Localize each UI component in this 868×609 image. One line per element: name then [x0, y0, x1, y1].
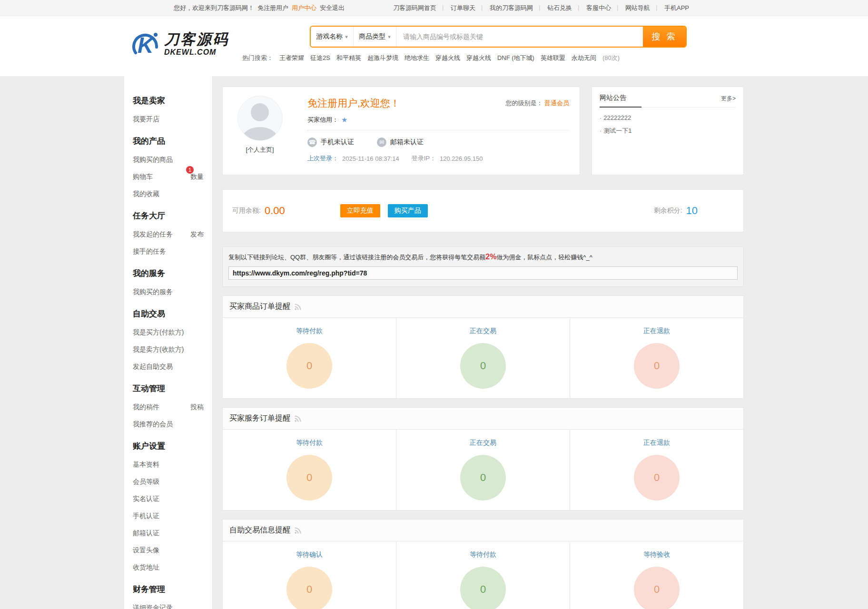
sidebar-item-label[interactable]: 我购买的商品: [133, 156, 173, 164]
sidebar-item-label[interactable]: 会员等级: [133, 478, 159, 486]
sidebar-item-shipping-address[interactable]: 收货地址: [124, 559, 212, 576]
order-count-circle[interactable]: 0: [286, 343, 332, 389]
hot-keyword[interactable]: 穿越火线: [435, 54, 460, 62]
hot-keyword[interactable]: 永劫无间: [572, 54, 596, 62]
sidebar-item-my-articles[interactable]: 我的稿件 投稿: [124, 399, 212, 416]
sidebar-item-label[interactable]: 我购买的服务: [133, 288, 173, 296]
sidebar-item-cart[interactable]: 购物车 1 数量: [124, 168, 212, 186]
hot-keyword[interactable]: 征途2S: [310, 54, 330, 62]
sidebar-item-label[interactable]: 我是买方(付款方): [133, 328, 184, 337]
sidebar-item-label[interactable]: 设置头像: [133, 546, 159, 555]
recharge-button[interactable]: 立即充值: [340, 204, 380, 217]
announcement-more-link[interactable]: 更多>: [721, 95, 736, 107]
waiting-acceptance-link[interactable]: 等待验收: [643, 550, 670, 558]
refunding-link[interactable]: 正在退款: [643, 439, 670, 446]
sidebar-item-label[interactable]: 实名认证: [133, 495, 159, 503]
nav-my-dkewl-link[interactable]: 我的刀客源码网: [483, 4, 540, 12]
buyer-goods-orders-panel: 买家商品订单提醒 等待付款 0 正在交易 0: [222, 295, 744, 399]
order-count-circle[interactable]: 0: [286, 567, 332, 609]
sidebar-item-open-shop[interactable]: 我要开店: [124, 111, 212, 128]
sidebar-item-my-tasks[interactable]: 我发起的任务 发布: [124, 226, 212, 243]
sidebar-item-email-verify[interactable]: 邮箱认证: [124, 525, 212, 542]
sidebar-item-label[interactable]: 手机认证: [133, 512, 159, 521]
sidebar-item-label[interactable]: 发起自助交易: [133, 363, 173, 371]
user-center-link[interactable]: 用户中心: [292, 4, 316, 12]
sidebar-item-label[interactable]: 详细资金记录: [133, 604, 173, 609]
search-input[interactable]: [396, 27, 643, 47]
sidebar-item-buyer-payer[interactable]: 我是买方(付款方): [124, 324, 212, 341]
sidebar-item-label[interactable]: 我的收藏: [133, 190, 159, 198]
sidebar-item-label[interactable]: 邮箱认证: [133, 529, 159, 538]
phone-verify-status[interactable]: ☎ 手机未认证: [307, 138, 354, 147]
cart-quantity-link[interactable]: 数量: [190, 173, 204, 180]
hot-keyword[interactable]: 英雄联盟: [541, 54, 565, 62]
submit-article-link[interactable]: 投稿: [190, 403, 204, 412]
hot-keyword[interactable]: 和平精英: [336, 54, 361, 62]
announcement-item[interactable]: 测试一下1: [600, 127, 736, 135]
hot-search-row: 热门搜索： 王者荣耀 征途2S 和平精英 超激斗梦境 绝地求生 穿越火线 穿越火…: [242, 54, 744, 62]
order-count-circle[interactable]: 0: [634, 343, 680, 389]
hot-keyword[interactable]: 穿越火线: [466, 54, 491, 62]
rss-icon: [294, 303, 302, 311]
sidebar-item-referred-members[interactable]: 我推荐的会员: [124, 416, 212, 433]
mail-verify-status[interactable]: ✉ 邮箱未认证: [377, 138, 424, 147]
trading-link[interactable]: 正在交易: [470, 327, 496, 334]
sidebar-item-label[interactable]: 收货地址: [133, 563, 159, 572]
order-count-circle[interactable]: 0: [634, 455, 680, 501]
refunding-link[interactable]: 正在退款: [643, 327, 670, 334]
sidebar-item-basic-info[interactable]: 基本资料: [124, 456, 212, 473]
member-level-link[interactable]: 普通会员: [544, 99, 569, 107]
waiting-payment-link[interactable]: 等待付款: [470, 550, 496, 558]
referral-url-input[interactable]: [228, 266, 738, 280]
sidebar-item-seller-payee[interactable]: 我是卖方(收款方): [124, 341, 212, 358]
nav-order-chat-link[interactable]: 订单聊天: [444, 4, 483, 12]
announcement-item[interactable]: 22222222: [600, 114, 736, 121]
trading-link[interactable]: 正在交易: [470, 439, 496, 446]
mail-icon: ✉: [377, 138, 386, 147]
sidebar-item-purchased-goods[interactable]: 我购买的商品: [124, 151, 212, 168]
nav-diamond-exchange-link[interactable]: 钻石兑换: [540, 4, 579, 12]
hot-keyword[interactable]: 超激斗梦境: [367, 54, 398, 62]
sidebar-item-label[interactable]: 基本资料: [133, 461, 159, 469]
sidebar-item-purchased-services[interactable]: 我购买的服务: [124, 284, 212, 301]
waiting-confirm-link[interactable]: 等待确认: [296, 550, 323, 558]
sidebar-item-favorites[interactable]: 我的收藏: [124, 186, 212, 203]
sidebar-item-realname-verify[interactable]: 实名认证: [124, 491, 212, 508]
profile-home-link[interactable]: [个人主页]: [233, 146, 286, 154]
order-count-circle[interactable]: 0: [286, 455, 332, 501]
waiting-payment-link[interactable]: 等待付款: [296, 439, 323, 446]
order-count-circle[interactable]: 0: [460, 567, 506, 609]
sidebar-item-label[interactable]: 我发起的任务: [133, 230, 173, 239]
order-count-circle[interactable]: 0: [634, 567, 680, 609]
sidebar-item-label[interactable]: 我的稿件: [133, 403, 159, 412]
search-button[interactable]: 搜 索: [643, 27, 686, 47]
sidebar-item-member-level[interactable]: 会员等级: [124, 473, 212, 491]
sidebar-item-label[interactable]: 购物车: [133, 173, 153, 181]
sidebar-item-set-avatar[interactable]: 设置头像: [124, 542, 212, 559]
nav-home-link[interactable]: 刀客源码网首页: [386, 4, 444, 12]
sidebar-item-start-self-trade[interactable]: 发起自助交易: [124, 358, 212, 375]
product-type-dropdown[interactable]: 商品类型 ▾: [354, 27, 396, 47]
avatar[interactable]: [237, 96, 283, 141]
hot-keyword[interactable]: DNF (地下城): [497, 54, 534, 62]
hot-keyword[interactable]: 绝地求生: [404, 54, 429, 62]
sidebar-item-label[interactable]: 接手的任务: [133, 247, 166, 256]
sidebar-item-phone-verify[interactable]: 手机认证: [124, 508, 212, 525]
hot-keyword[interactable]: 王者荣耀: [279, 54, 304, 62]
sidebar-item-accepted-tasks[interactable]: 接手的任务: [124, 243, 212, 260]
publish-task-link[interactable]: 发布: [190, 230, 204, 239]
sidebar-item-label[interactable]: 我是卖方(收款方): [133, 345, 184, 354]
game-name-dropdown[interactable]: 游戏名称 ▾: [311, 27, 354, 47]
buy-product-button[interactable]: 购买产品: [388, 204, 428, 217]
logout-link[interactable]: 安全退出: [320, 4, 345, 12]
sidebar-item-fund-records[interactable]: 详细资金记录: [124, 599, 212, 609]
nav-site-map-link[interactable]: 网站导航: [618, 4, 657, 12]
order-count-circle[interactable]: 0: [460, 343, 506, 389]
sidebar-item-label[interactable]: 我推荐的会员: [133, 420, 173, 429]
sidebar-item-label[interactable]: 我要开店: [133, 115, 159, 124]
site-logo[interactable]: K 刀客源码 DKEWL.COM: [131, 27, 229, 62]
order-count-circle[interactable]: 0: [460, 455, 506, 501]
nav-service-center-link[interactable]: 客服中心: [579, 4, 618, 12]
nav-mobile-app-link[interactable]: 手机APP: [657, 4, 696, 12]
waiting-payment-link[interactable]: 等待付款: [296, 327, 323, 334]
